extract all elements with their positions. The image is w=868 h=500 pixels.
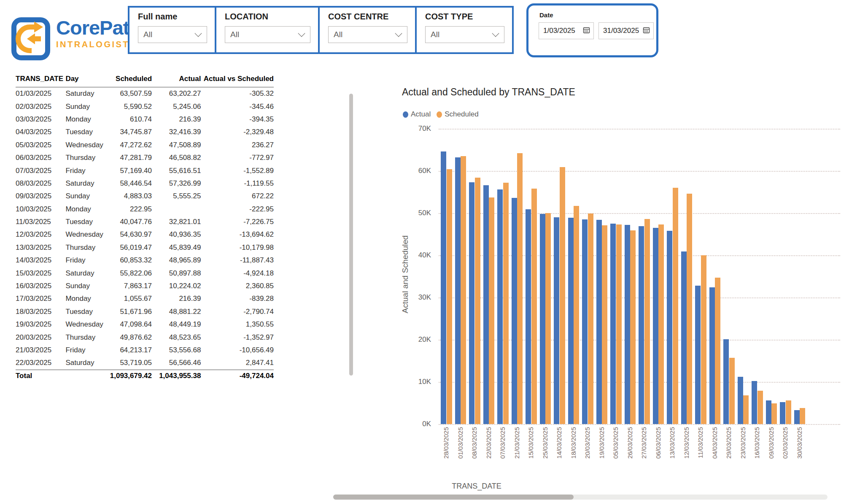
bar-actual[interactable] <box>497 189 503 424</box>
bar-scheduled[interactable] <box>447 169 452 424</box>
bar-scheduled[interactable] <box>771 403 777 424</box>
bar-actual[interactable] <box>610 224 616 424</box>
bar-actual[interactable] <box>625 225 630 424</box>
bar-scheduled[interactable] <box>588 214 593 424</box>
bar-scheduled[interactable] <box>658 224 664 424</box>
bar-actual[interactable] <box>483 185 489 424</box>
table-cell: 16/03/2025 <box>16 280 65 292</box>
legend-item-actual[interactable]: Actual <box>403 110 431 119</box>
table-row[interactable]: 15/03/2025Saturday55,822.0650,897.88-4,9… <box>16 267 274 279</box>
bar-actual[interactable] <box>526 209 531 424</box>
column-header-scheduled[interactable]: Scheduled <box>107 71 152 87</box>
bar-actual[interactable] <box>709 287 715 424</box>
bar-actual[interactable] <box>582 219 588 424</box>
bar-actual[interactable] <box>780 402 785 424</box>
logo: CorePath INTRALOGISTICS <box>11 17 148 62</box>
bar-actual[interactable] <box>723 339 729 424</box>
bar-scheduled[interactable] <box>715 278 720 424</box>
filter-select-cost-centre[interactable]: All <box>328 26 407 43</box>
chart-horizontal-scrollbar-thumb[interactable] <box>333 495 574 500</box>
table-row[interactable]: 20/03/2025Thursday49,876.6248,523.65-1,3… <box>16 331 274 343</box>
bar-actual[interactable] <box>653 228 658 424</box>
bar-scheduled[interactable] <box>786 400 791 424</box>
bar-scheduled[interactable] <box>602 225 607 424</box>
filter-select-cost-type[interactable]: All <box>425 26 504 43</box>
bar-actual[interactable] <box>554 217 559 424</box>
table-row[interactable]: 22/03/2025Saturday53,719.0556,566.462,84… <box>16 357 274 370</box>
table-scrollbar[interactable] <box>349 94 353 376</box>
date-end-input[interactable]: 31/03/2025 <box>598 22 654 39</box>
bar-scheduled[interactable] <box>701 255 706 424</box>
bar-actual[interactable] <box>681 251 687 424</box>
bar-scheduled[interactable] <box>644 219 650 424</box>
bar-scheduled[interactable] <box>673 188 678 424</box>
bar-scheduled[interactable] <box>489 197 494 424</box>
bar-scheduled[interactable] <box>757 391 763 424</box>
bar-actual[interactable] <box>667 231 672 424</box>
bar-scheduled[interactable] <box>729 358 735 424</box>
bar-scheduled[interactable] <box>630 230 636 424</box>
bar-scheduled[interactable] <box>687 194 692 424</box>
bar-scheduled[interactable] <box>574 206 579 424</box>
bar-scheduled[interactable] <box>531 189 537 424</box>
table-row[interactable]: 08/03/2025Saturday58,446.5457,326.99-1,1… <box>16 177 274 190</box>
bar-scheduled[interactable] <box>743 395 749 424</box>
bar-actual[interactable] <box>469 182 474 424</box>
bar-actual[interactable] <box>695 286 701 424</box>
table-row[interactable]: 12/03/2025Wednesday54,630.9740,936.35-13… <box>16 228 274 241</box>
calendar-icon[interactable] <box>643 27 650 35</box>
bar-scheduled[interactable] <box>517 153 523 424</box>
column-header-day[interactable]: Day <box>65 71 106 87</box>
bar-actual[interactable] <box>596 220 602 424</box>
table-row[interactable]: 11/03/2025Tuesday40,047.7632,821.01-7,22… <box>16 216 274 228</box>
bar-scheduled[interactable] <box>503 183 509 424</box>
table-row[interactable]: 01/03/2025Saturday63,507.5963,202.27-305… <box>16 87 274 100</box>
table-row[interactable]: 06/03/2025Thursday47,281.7946,508.82-772… <box>16 151 274 164</box>
bar-scheduled[interactable] <box>475 178 480 424</box>
bar-actual[interactable] <box>540 214 545 424</box>
bar-actual[interactable] <box>568 218 574 424</box>
bar-actual[interactable] <box>639 226 644 424</box>
table-row[interactable]: 04/03/2025Tuesday34,745.8732,416.39-2,32… <box>16 126 274 138</box>
x-tick-label: 04/03/2025 <box>708 427 722 477</box>
chart-horizontal-scrollbar[interactable] <box>333 495 828 500</box>
bar-actual[interactable] <box>512 198 517 424</box>
table-row[interactable]: 09/03/2025Sunday4,883.035,555.25672.22 <box>16 190 274 203</box>
bar-scheduled[interactable] <box>461 156 466 424</box>
column-header-trans-date[interactable]: TRANS_DATE <box>16 71 65 87</box>
bar-actual[interactable] <box>441 151 446 424</box>
filter-select-full-name[interactable]: All <box>138 26 207 43</box>
column-header-actual-vs-scheduled[interactable]: Actual vs Scheduled <box>201 71 274 87</box>
table-row[interactable]: 13/03/2025Thursday56,019.4745,839.49-10,… <box>16 241 274 254</box>
filter-select-location[interactable]: All <box>225 26 310 43</box>
table-cell: 07/03/2025 <box>16 164 65 177</box>
bar-scheduled[interactable] <box>560 167 565 424</box>
bar-actual[interactable] <box>766 400 771 424</box>
table-row[interactable]: 19/03/2025Wednesday47,098.6448,449.191,3… <box>16 318 274 331</box>
table-row[interactable]: 17/03/2025Monday1,055.67216.39-839.28 <box>16 292 274 305</box>
bar-actual[interactable] <box>794 410 800 424</box>
date-start-input[interactable]: 1/03/2025 <box>539 22 594 39</box>
filter-label-cost-centre: COST CENTRE <box>328 12 388 22</box>
bar-scheduled[interactable] <box>545 213 551 424</box>
bar-scheduled[interactable] <box>616 224 622 424</box>
calendar-icon[interactable] <box>583 27 590 35</box>
table-row[interactable]: 14/03/2025Friday60,853.3248,965.89-11,88… <box>16 254 274 267</box>
table-row[interactable]: 21/03/2025Friday64,213.1753,556.68-10,65… <box>16 344 274 357</box>
table-cell: 04/03/2025 <box>16 126 65 138</box>
y-tick-label: 60K <box>401 167 431 175</box>
table-row[interactable]: 05/03/2025Wednesday47,272.6247,508.89236… <box>16 139 274 151</box>
table-row[interactable]: 16/03/2025Sunday7,863.1710,224.022,360.8… <box>16 280 274 292</box>
table-row[interactable]: 18/03/2025Tuesday51,671.9648,881.22-2,79… <box>16 305 274 318</box>
table-row[interactable]: 03/03/2025Monday610.74216.39-394.35 <box>16 113 274 126</box>
table-row[interactable]: 07/03/2025Friday57,169.4055,616.51-1,552… <box>16 164 274 177</box>
bar-scheduled[interactable] <box>800 408 805 424</box>
bar-actual[interactable] <box>455 157 461 424</box>
table-cell: 55,822.06 <box>107 267 152 279</box>
legend-item-scheduled[interactable]: Scheduled <box>437 110 478 119</box>
column-header-actual[interactable]: Actual <box>152 71 201 87</box>
table-row[interactable]: 02/03/2025Sunday5,590.525,245.06-345.46 <box>16 100 274 113</box>
bar-actual[interactable] <box>738 377 743 424</box>
bar-actual[interactable] <box>752 381 757 424</box>
table-row[interactable]: 10/03/2025Monday222.95-222.95 <box>16 203 274 216</box>
